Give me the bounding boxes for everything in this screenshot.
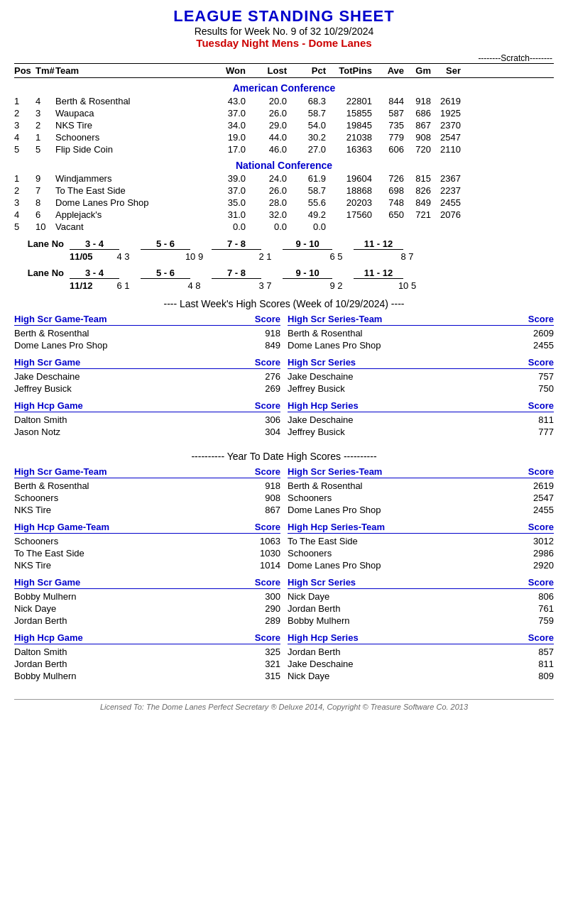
list-item: Jeffrey Busick750 [288,383,554,395]
team-pos: 3 [14,120,36,131]
hs-category-label: High Hcp GameScore [14,632,280,644]
hs-entry-name: Berth & Rosenthal [14,480,252,491]
hs-category-name: High Scr Series-Team [288,466,382,477]
team-name: NKS Tire [55,120,204,131]
team-pos: 5 [14,144,36,155]
team-totpins: 20203 [326,197,372,208]
hs-entry-name: Dome Lanes Pro Shop [288,340,525,351]
hs-entry-name: To The East Side [288,536,525,546]
team-totpins: 21038 [326,132,372,143]
team-lost: 0.0 [246,221,287,232]
team-lost: 20.0 [246,96,287,106]
hs-category-label: High Scr Game-TeamScore [14,314,280,326]
team-name: Flip Side Coin [55,144,204,155]
team-pct: 27.0 [287,144,326,155]
team-tm: 6 [36,209,55,220]
hs-entry-name: Jason Notz [14,427,252,437]
team-lost: 26.0 [246,185,287,196]
lane-vals-row-1105: 4 310 92 16 58 7 [99,251,432,262]
team-totpins: 16363 [326,144,372,155]
hs-entry-name: Berth & Rosenthal [288,480,525,491]
list-item: Berth & Rosenthal918 [14,480,280,492]
hs-entry-score: 2455 [525,505,554,515]
hs-entry-score: 811 [525,659,554,669]
team-name: Waupaca [55,108,204,119]
team-totpins [326,221,372,232]
team-lost: 44.0 [246,132,287,143]
american-conference-header: American Conference [14,82,554,94]
hs-score-label: Score [255,357,280,368]
team-gm: 721 [404,209,431,220]
hs-score-label: Score [255,632,280,643]
hs-entry-score: 2609 [525,328,554,339]
team-pos: 2 [14,185,36,196]
lane-pair-vals: 9 2 [312,280,361,291]
scratch-header-label: --------Scratch-------- [14,53,554,63]
table-row: 1 4 Berth & Rosenthal 43.0 20.0 68.3 228… [14,95,554,107]
hs-category-label: High Scr SeriesScore [288,357,554,369]
team-tm: 9 [36,173,55,184]
col-tm-header: Tm# [36,65,55,76]
team-pos: 1 [14,173,36,184]
team-pct: 49.2 [287,209,326,220]
col-lost-header: Lost [246,65,287,76]
lane-pair-header: 5 - 6 [141,238,190,250]
lane-pair-vals: 3 7 [241,280,290,291]
hs-score-label: Score [255,522,280,532]
lane-vals-row-1112: 6 14 83 79 210 5 [99,280,432,291]
lane-pair-vals: 8 7 [383,251,432,262]
hs-entry-score: 300 [252,591,280,602]
lane-entry-1105: Lane No 3 - 45 - 67 - 89 - 1011 - 12 11/… [14,238,554,262]
hs-entry-score: 315 [252,671,280,681]
hs-entry-score: 809 [525,671,554,681]
hs-entry-score: 269 [252,383,280,394]
hs-category: High Scr GameScoreJake Deschaine276Jeffr… [14,357,280,395]
lane-entry-1112: Lane No 3 - 45 - 67 - 89 - 1011 - 12 11/… [14,268,554,291]
team-ave: 779 [372,132,404,143]
team-lost: 29.0 [246,120,287,131]
ytd-right-col: High Scr Series-TeamScoreBerth & Rosenth… [288,466,554,688]
list-item: Dome Lanes Pro Shop2455 [288,339,554,351]
list-item: Berth & Rosenthal2619 [288,480,554,492]
lane-pair-header: 11 - 12 [354,238,403,250]
hs-score-label: Score [528,632,554,643]
list-item: To The East Side1030 [14,547,280,559]
hs-entry-score: 276 [252,371,280,382]
col-pct-header: Pct [287,65,326,76]
page-event: Tuesday Night Mens - Dome Lanes [14,37,554,49]
team-ser: 2076 [431,209,461,220]
team-lost: 24.0 [246,173,287,184]
team-name: Berth & Rosenthal [55,96,204,106]
hs-entry-name: Jeffrey Busick [288,427,525,437]
col-gm-header: Gm [404,65,431,76]
hs-entry-name: Schooners [288,548,525,559]
list-item: Jake Deschaine757 [288,370,554,383]
hs-entry-score: 1030 [252,548,280,559]
team-ave: 748 [372,197,404,208]
team-ave: 844 [372,96,404,106]
list-item: Berth & Rosenthal918 [14,327,280,339]
hs-category-label: High Hcp SeriesScore [288,400,554,412]
team-pos: 2 [14,108,36,119]
list-item: Dalton Smith325 [14,646,280,658]
last-week-right-col: High Scr Series-TeamScoreBerth & Rosenth… [288,314,554,444]
team-gm: 815 [404,173,431,184]
hs-entry-score: 321 [252,659,280,669]
hs-category-label: High Hcp GameScore [14,400,280,412]
hs-category-name: High Hcp Series [288,632,359,643]
last-week-left-col: High Scr Game-TeamScoreBerth & Rosenthal… [14,314,280,444]
team-tm: 2 [36,120,55,131]
hs-category: High Hcp GameScoreDalton Smith325Jordan … [14,632,280,682]
hs-category-name: High Scr Game [14,577,80,588]
lane-pair-header: 9 - 10 [283,268,332,279]
hs-category: High Scr SeriesScoreJake Deschaine757Jef… [288,357,554,395]
lane-pair-header: 7 - 8 [212,268,261,279]
lane-headers-row-1112: 3 - 45 - 67 - 89 - 1011 - 12 [70,268,554,279]
hs-category: High Scr Game-TeamScoreBerth & Rosenthal… [14,314,280,351]
hs-entry-score: 918 [252,480,280,491]
lane-pair-header: 9 - 10 [283,238,332,250]
lane-pair-vals: 4 8 [170,280,219,291]
hs-score-label: Score [255,466,280,477]
team-name: Windjammers [55,173,204,184]
hs-category-name: High Hcp Game [14,632,83,643]
